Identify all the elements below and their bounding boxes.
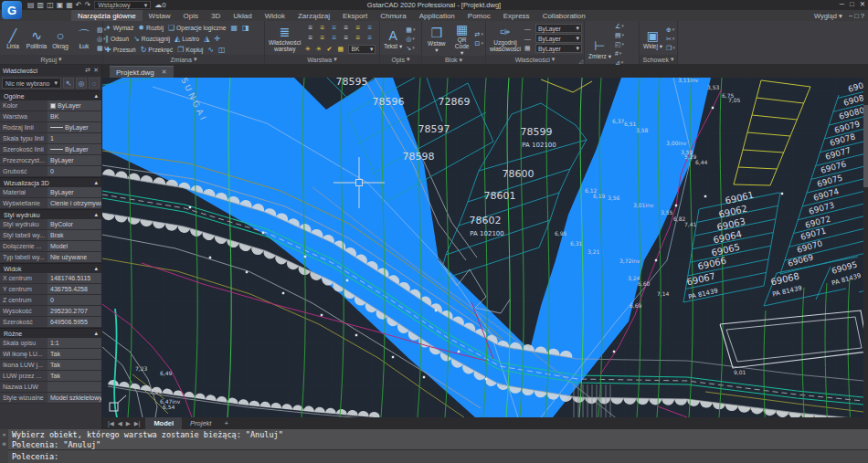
document-tab[interactable]: Projekt.dwg ✕ [110,66,174,78]
palette-section-różne[interactable]: Różne▴ [0,328,101,338]
ribbon-tool-icon[interactable]: ◎▾ [406,35,415,43]
property-value[interactable]: Brak [48,230,101,240]
property-value[interactable]: ByLayer [48,100,101,110]
wyglad-dropdown[interactable]: Wygląd ▾ [814,12,842,20]
redo-icon[interactable]: ↷ [85,1,91,10]
layer-state-icon[interactable]: ≡ [316,24,328,34]
ribbon-tool-icon[interactable]: ◨ [242,24,249,32]
panel-label-właściwości[interactable]: Właściwości▾ [486,55,584,64]
layer-state-icon[interactable]: ≡ [328,34,340,44]
layout-tab-projekt[interactable]: Projekt [182,417,219,429]
cloud-sync-icon[interactable]: ☁ [154,1,162,10]
undo-icon[interactable]: ↶ [76,1,82,10]
property-value[interactable]: Nie używane [48,252,101,262]
property-value[interactable]: 1:1 [48,338,101,348]
collapse-icon[interactable]: ▴ [94,211,98,218]
ribbon-tool-icon[interactable]: ◮ [204,35,209,43]
layer-state-icon[interactable]: ≡ [328,24,340,34]
close-icon[interactable]: ✕ [93,67,99,74]
palette-title-bar[interactable]: Właściwości ⇄✕ [0,65,101,76]
collapse-icon[interactable]: ▴ [94,265,98,272]
ribbon-button-linia[interactable]: ╱Linia [2,22,24,55]
ribbon-tool-icon[interactable]: ❐▾ [666,44,675,52]
menu-tab-application[interactable]: Application [413,10,461,21]
menu-tab-eksport[interactable]: Eksport [336,10,374,21]
collapse-icon[interactable]: ▴ [94,330,98,337]
help-icon[interactable]: ? [861,12,864,20]
close-command-icon[interactable]: ✕ [3,431,6,437]
palette-section-wizualizacja-3d[interactable]: Wizualizacja 3D▴ [0,177,101,187]
add-layout-tab[interactable]: + [219,417,232,429]
layer-state-icon[interactable]: ≡ [340,24,352,34]
scrollbar-thumb[interactable] [863,105,868,187]
menu-tab-3d[interactable]: 3D [205,10,227,21]
ribbon-button-wklej[interactable]: ▣Wklej ▾ [641,22,664,55]
gstarcad-logo-icon[interactable]: G [2,1,22,19]
layout-nav-icon[interactable]: ▶ [126,420,131,427]
command-input[interactable]: Polecenia: [8,449,868,463]
save-icon[interactable]: ◫ [47,1,54,10]
lineweight-combo[interactable]: ByLayer▾ [535,44,582,53]
new-file-icon[interactable]: ▤ [27,1,35,10]
menu-tab-chmura[interactable]: Chmura [374,10,412,21]
ribbon-button-uzgodnij-właściwości[interactable]: ✑Uzgodnij właściwości [488,22,523,55]
property-value[interactable] [48,382,101,392]
ribbon-button-operacje-logiczne[interactable]: ❏Operacje logiczne [168,24,227,32]
ribbon-button-polilinia[interactable]: ∿Polilinia [26,22,48,55]
collapse-icon[interactable]: ▴ [94,179,98,186]
open-file-icon[interactable]: ▥ [37,1,45,10]
ribbon-button-tekst[interactable]: ATekst ▾ [382,22,404,55]
collapse-icon[interactable]: ▴ [94,92,98,100]
layer-combo[interactable]: BK▾ [348,45,376,54]
layout-nav-icon[interactable]: ◀ [118,420,122,427]
menu-tab-express[interactable]: Express [497,10,536,21]
layer-state-icon[interactable]: ≡ [304,34,316,44]
ribbon-tool-icon[interactable]: ✛ [214,35,220,43]
layer-state-icon[interactable]: ≡ [316,34,328,44]
palette-section-ogólne[interactable]: Ogólne▴ [0,90,101,100]
ribbon-tool-icon[interactable]: ⊡▾ [475,39,483,47]
settings-icon[interactable]: ⚙ [3,440,6,447]
property-value[interactable]: 436755.4258 [48,284,101,294]
layer-state-icon[interactable]: ≡ [340,34,352,44]
ribbon-tool-icon[interactable]: ∠▾ [615,22,624,30]
ribbon-tool-icon[interactable]: ▤▾ [615,31,624,39]
ribbon-tool-icon[interactable]: ◫ [218,46,226,54]
ribbon-button-łuk[interactable]: ⌒Łuk [73,22,95,55]
vertical-scrollbar[interactable] [863,78,868,417]
property-value[interactable]: 0 [48,295,101,305]
property-value[interactable]: 295230.2707 [48,306,101,316]
property-value[interactable]: Tak [48,360,101,370]
property-value[interactable]: Tak [48,371,101,381]
quick-select-icon[interactable]: ◎ [76,78,87,89]
ribbon-tool-icon[interactable]: ∿ [207,46,214,54]
minimize-button[interactable]: ─ [840,0,844,8]
ribbon-button-rozbij[interactable]: ✸Rozbij [138,24,164,32]
ribbon-button-wstaw[interactable]: ❒Wstaw ▾ [424,22,450,56]
property-value[interactable]: 649506.5955 [48,317,101,327]
panel-label-rysuj[interactable]: Rysuj▾ [0,55,102,64]
ribbon-button-okrąg[interactable]: ○Okrąg [49,22,71,55]
save-as-icon[interactable]: ▣ [57,1,64,10]
property-value[interactable]: ByColor [48,219,101,229]
ribbon-button-odsuń[interactable]: ∥Odsuń [105,35,129,43]
color-combo[interactable]: ByLayer▾ [535,24,582,33]
property-value[interactable]: ByLayer [48,144,101,154]
property-value[interactable]: 1 [48,133,101,143]
layer-state-icon[interactable]: ≡ [352,24,364,34]
layout-nav-icon[interactable]: ▶| [134,420,141,427]
panel-label-opis[interactable]: Opis▾ [380,55,421,64]
linetype-combo[interactable]: ByLayer▾ [535,34,582,43]
layer-toggle-icon[interactable]: ✔ [326,46,335,53]
menu-tab-uk-ad[interactable]: Układ [227,10,258,21]
property-value[interactable]: Tak [48,349,101,359]
property-value[interactable]: 1481746.5115 [48,273,101,283]
selection-combo[interactable]: Nic nie wybrano ▾ [2,78,61,89]
ribbon-tool-icon[interactable]: ▦▾ [406,26,415,34]
layer-state-icon[interactable]: ≡ [304,24,316,34]
menu-tab-opis[interactable]: Opis [177,10,205,21]
ribbon-button-przekręć[interactable]: ↻Przekręć [141,46,174,54]
property-value[interactable]: BK [48,111,101,121]
layer-state-icon[interactable]: ≡ [364,24,376,34]
ribbon-tool-icon[interactable]: ✂▾ [666,35,675,43]
